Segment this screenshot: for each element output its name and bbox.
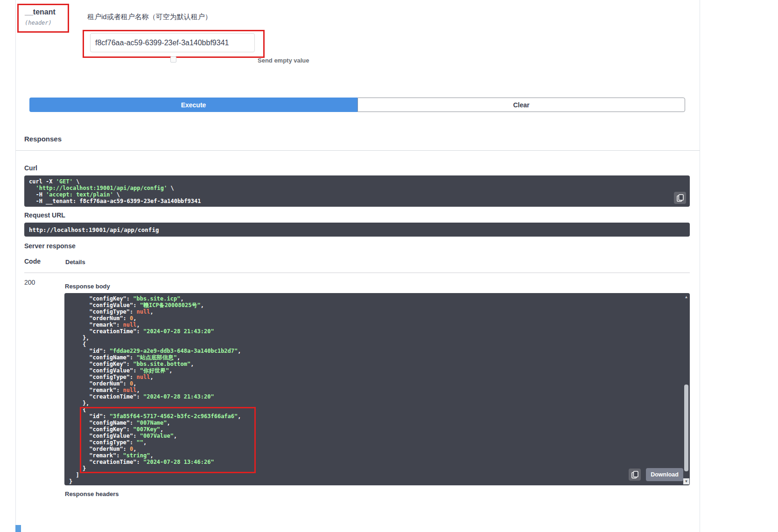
download-button[interactable]: Download xyxy=(646,468,683,481)
response-table-divider xyxy=(24,273,690,273)
response-headers-label: Response headers xyxy=(65,490,119,497)
server-response-label: Server response xyxy=(24,242,76,250)
response-body-block: "configKey": "bbs.site.icp", "configValu… xyxy=(64,293,690,485)
execute-button[interactable]: Execute xyxy=(29,98,357,112)
copy-curl-button[interactable] xyxy=(674,192,686,204)
clipboard-icon xyxy=(677,194,684,202)
annotation-box-tenant-param: __tenant (header) xyxy=(17,4,69,33)
annotation-box-tenant-input xyxy=(83,30,265,58)
curl-command-block: curl -X 'GET' \ 'http://localhost:19001/… xyxy=(24,175,690,207)
code-column-header: Code xyxy=(24,258,41,265)
parameter-location: (header) xyxy=(25,20,68,26)
responses-section-header: Responses xyxy=(16,127,700,151)
clear-button[interactable]: Clear xyxy=(357,98,685,112)
scrollbar-thumb[interactable] xyxy=(684,385,688,471)
status-code: 200 xyxy=(24,279,35,286)
clipboard-icon xyxy=(631,471,638,479)
curl-command-text: curl -X 'GET' \ 'http://localhost:19001/… xyxy=(29,178,685,204)
next-opblock-peek xyxy=(15,525,21,532)
tenant-value-input[interactable] xyxy=(90,33,255,52)
curl-label: Curl xyxy=(24,164,37,172)
parameter-name: __tenant xyxy=(25,8,68,16)
request-url-label: Request URL xyxy=(24,211,65,219)
send-empty-value-checkbox[interactable] xyxy=(170,56,176,63)
copy-response-button[interactable] xyxy=(629,469,641,481)
request-url-value: http://localhost:19001/api/app/config xyxy=(24,223,690,237)
scroll-up-icon[interactable]: ▲ xyxy=(683,294,689,300)
details-column-header: Details xyxy=(65,259,85,266)
response-body-label: Response body xyxy=(65,283,110,290)
scroll-down-icon[interactable]: ▼ xyxy=(683,478,689,484)
opblock-get-config: __tenant (header) 租户id或者租户名称（可空为默认租户） Se… xyxy=(15,0,700,532)
swagger-page: __tenant (header) 租户id或者租户名称（可空为默认租户） Se… xyxy=(0,0,778,532)
response-scrollbar[interactable]: ▲ ▼ xyxy=(683,294,689,484)
parameter-description: 租户id或者租户名称（可空为默认租户） xyxy=(87,13,212,21)
send-empty-value-label: Send empty value xyxy=(258,57,309,64)
response-body-json: "configKey": "bbs.site.icp", "configValu… xyxy=(69,295,685,485)
responses-title: Responses xyxy=(24,135,62,143)
